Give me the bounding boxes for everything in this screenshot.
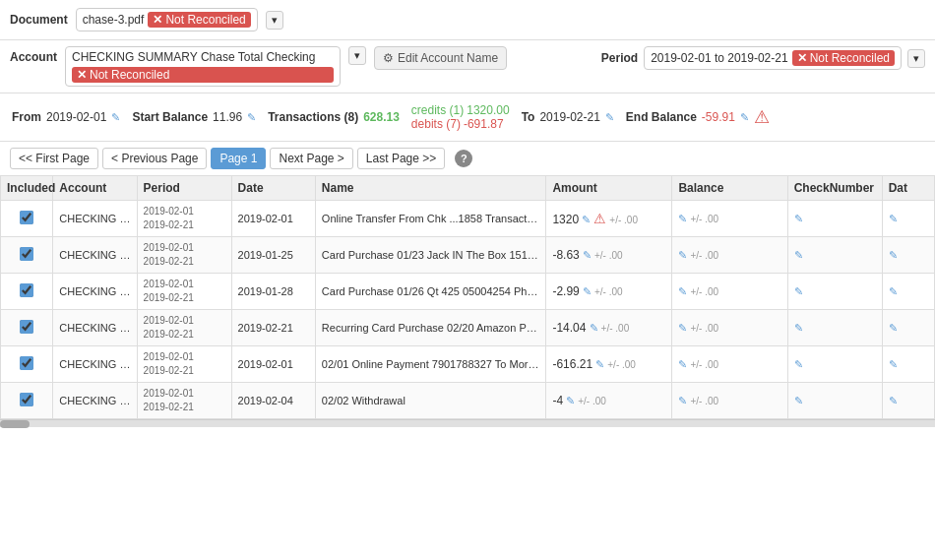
scrollbar-thumb[interactable] — [0, 420, 30, 428]
cell-balance: ✎ +/- .00 — [672, 310, 787, 346]
amount-plusminus[interactable]: +/- .00 — [607, 359, 636, 370]
amount-edit-icon[interactable]: ✎ — [583, 285, 592, 297]
cell-amount: -4 ✎ +/- .00 — [546, 383, 672, 419]
table-row: CHECKING SUI2019-02-012019-02-212019-01-… — [1, 237, 935, 274]
horizontal-scrollbar[interactable] — [0, 419, 935, 427]
cell-date: 2019-01-28 — [231, 274, 315, 310]
dat-edit-icon[interactable]: ✎ — [889, 285, 898, 297]
checknumber-edit-icon[interactable]: ✎ — [794, 395, 803, 406]
included-checkbox[interactable] — [20, 283, 33, 297]
period-status-badge[interactable]: ✕ Not Reconciled — [792, 50, 895, 66]
from-edit-icon[interactable]: ✎ — [111, 111, 120, 124]
period-dropdown[interactable]: ▾ — [907, 49, 925, 68]
end-balance-warning-icon: ⚠ — [754, 106, 770, 128]
col-header-period: Period — [137, 176, 231, 201]
dat-edit-icon[interactable]: ✎ — [889, 213, 898, 224]
start-balance-edit-icon[interactable]: ✎ — [247, 111, 256, 124]
cell-checknumber: ✎ — [787, 274, 882, 310]
checknumber-edit-icon[interactable]: ✎ — [794, 358, 803, 370]
cell-account: CHECKING SUI — [53, 201, 137, 237]
balance-plusminus[interactable]: +/- .00 — [690, 214, 718, 224]
gear-icon: ⚙ — [383, 51, 394, 65]
amount-edit-icon[interactable]: ✎ — [583, 249, 592, 261]
cell-checknumber: ✎ — [787, 201, 882, 237]
next-page-button[interactable]: Next Page > — [270, 148, 352, 169]
col-header-name: Name — [315, 176, 546, 201]
included-checkbox[interactable] — [20, 211, 33, 224]
checknumber-edit-icon[interactable]: ✎ — [794, 249, 803, 261]
balance-plusminus[interactable]: +/- .00 — [690, 250, 718, 261]
balance-plusminus[interactable]: +/- .00 — [690, 286, 718, 297]
cell-balance: ✎ +/- .00 — [672, 274, 787, 310]
cell-date: 2019-02-01 — [231, 346, 315, 383]
account-dropdown[interactable]: ▾ — [348, 46, 366, 65]
cell-account: CHECKING SUI — [53, 383, 137, 419]
cell-amount: -2.99 ✎ +/- .00 — [546, 274, 672, 310]
balance-edit-icon[interactable]: ✎ — [678, 322, 687, 334]
cell-date: 2019-01-25 — [231, 237, 315, 274]
document-dropdown[interactable]: ▾ — [266, 11, 283, 30]
help-icon[interactable]: ? — [455, 150, 472, 167]
account-status-badge[interactable]: ✕ Not Reconciled — [72, 67, 334, 83]
dat-edit-icon[interactable]: ✎ — [889, 322, 898, 334]
edit-account-name-button[interactable]: ⚙ Edit Account Name — [374, 46, 507, 70]
included-checkbox[interactable] — [20, 356, 33, 370]
cell-date: 2019-02-01 — [231, 201, 315, 237]
document-status-badge[interactable]: ✕ Not Reconciled — [148, 12, 250, 28]
from-item: From 2019-02-01 ✎ — [12, 110, 120, 124]
amount-value: -14.04 — [552, 321, 586, 335]
amount-plusminus[interactable]: +/- .00 — [578, 396, 606, 406]
cell-period: 2019-02-012019-02-21 — [137, 310, 231, 346]
included-checkbox[interactable] — [20, 393, 33, 406]
balance-edit-icon[interactable]: ✎ — [678, 285, 687, 297]
balance-edit-icon[interactable]: ✎ — [678, 213, 687, 224]
cell-date: 2019-02-04 — [231, 383, 315, 419]
last-page-button[interactable]: Last Page >> — [357, 148, 445, 169]
col-header-account: Account — [53, 176, 137, 201]
cell-included — [1, 201, 53, 237]
credits-debits-info: credits (1) 1320.00 debits (7) -691.87 — [411, 103, 510, 131]
amount-plusminus[interactable]: +/- .00 — [601, 323, 630, 334]
from-value: 2019-02-01 — [46, 110, 106, 124]
balance-plusminus[interactable]: +/- .00 — [690, 323, 718, 334]
amount-plusminus[interactable]: +/- .00 — [594, 286, 623, 297]
cell-name: 02/02 Withdrawal — [315, 383, 546, 419]
dat-edit-icon[interactable]: ✎ — [889, 358, 898, 370]
balance-plusminus[interactable]: +/- .00 — [690, 359, 718, 370]
cell-checknumber: ✎ — [787, 310, 882, 346]
prev-page-button[interactable]: < Previous Page — [102, 148, 207, 169]
balance-edit-icon[interactable]: ✎ — [678, 395, 687, 406]
balance-edit-icon[interactable]: ✎ — [678, 358, 687, 370]
balance-edit-icon[interactable]: ✎ — [678, 249, 687, 261]
account-select-box: CHECKING SUMMARY Chase Total Checking ✕ … — [65, 46, 341, 87]
balance-row: From 2019-02-01 ✎ Start Balance 11.96 ✎ … — [0, 93, 935, 142]
table-row: CHECKING SUI2019-02-012019-02-212019-01-… — [1, 274, 935, 310]
cell-balance: ✎ +/- .00 — [672, 383, 787, 419]
table-row: CHECKING SUI2019-02-012019-02-212019-02-… — [1, 383, 935, 419]
amount-edit-icon[interactable]: ✎ — [595, 358, 604, 370]
included-checkbox[interactable] — [20, 320, 33, 334]
amount-plusminus[interactable]: +/- .00 — [609, 215, 638, 225]
amount-plusminus[interactable]: +/- .00 — [594, 250, 623, 261]
dat-edit-icon[interactable]: ✎ — [889, 395, 898, 406]
table-row: CHECKING SUI2019-02-012019-02-212019-02-… — [1, 201, 935, 237]
cell-balance: ✎ +/- .00 — [672, 201, 787, 237]
to-edit-icon[interactable]: ✎ — [605, 111, 614, 124]
checknumber-edit-icon[interactable]: ✎ — [794, 322, 803, 334]
cell-included — [1, 274, 53, 310]
amount-warning-icon: ⚠ — [593, 211, 606, 226]
checknumber-edit-icon[interactable]: ✎ — [794, 285, 803, 297]
amount-edit-icon[interactable]: ✎ — [566, 395, 575, 406]
balance-plusminus[interactable]: +/- .00 — [690, 396, 718, 406]
amount-edit-icon[interactable]: ✎ — [582, 214, 591, 225]
document-field: chase-3.pdf ✕ Not Reconciled — [76, 8, 258, 31]
included-checkbox[interactable] — [20, 247, 33, 261]
checknumber-edit-icon[interactable]: ✎ — [794, 213, 803, 224]
current-page-button[interactable]: Page 1 — [211, 148, 266, 169]
cell-period: 2019-02-012019-02-21 — [137, 383, 231, 419]
dat-edit-icon[interactable]: ✎ — [889, 249, 898, 261]
amount-edit-icon[interactable]: ✎ — [590, 322, 598, 334]
first-page-button[interactable]: << First Page — [10, 148, 98, 169]
amount-value: -616.21 — [552, 357, 592, 371]
end-balance-edit-icon[interactable]: ✎ — [740, 111, 749, 124]
